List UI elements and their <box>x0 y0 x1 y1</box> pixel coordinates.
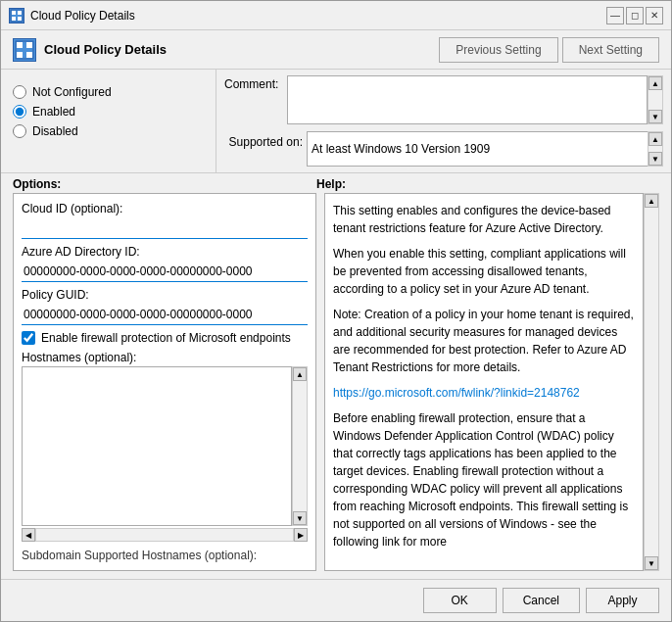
supported-scroll-down[interactable]: ▼ <box>648 152 662 166</box>
maximize-button[interactable]: ◻ <box>626 7 644 24</box>
minimize-button[interactable]: — <box>606 7 624 24</box>
cancel-button[interactable]: Cancel <box>503 588 580 613</box>
apply-button[interactable]: Apply <box>586 588 659 613</box>
options-title-wrapper: Options: <box>13 177 316 191</box>
header-left: Cloud Policy Details <box>13 38 167 62</box>
close-button[interactable]: ✕ <box>646 7 663 24</box>
cloud-id-label: Cloud ID (optional): <box>22 202 308 215</box>
policy-guid-field: Policy GUID: <box>22 288 308 325</box>
help-para-2: When you enable this setting, compliant … <box>333 245 635 298</box>
firewall-checkbox[interactable] <box>22 331 35 345</box>
help-panel: This setting enables and configures the … <box>324 193 659 571</box>
hostnames-scroll-down[interactable]: ▼ <box>293 511 307 525</box>
comment-scroll-track <box>648 90 662 110</box>
cloud-id-field: Cloud ID (optional): <box>22 202 308 239</box>
radio-not-configured-label: Not Configured <box>32 85 112 99</box>
header-title: Cloud Policy Details <box>44 42 167 57</box>
help-title: Help: <box>316 177 346 191</box>
ok-button[interactable]: OK <box>423 588 497 613</box>
comment-label: Comment: <box>224 75 283 91</box>
radio-disabled[interactable]: Disabled <box>13 124 204 138</box>
supported-scroll-up[interactable]: ▲ <box>648 132 662 146</box>
firewall-checkbox-label: Enable firewall protection of Microsoft … <box>41 331 291 345</box>
policy-guid-label: Policy GUID: <box>22 288 308 302</box>
supported-row: Supported on: At least Windows 10 Versio… <box>224 131 663 167</box>
svg-rect-6 <box>17 42 23 48</box>
hostnames-textarea[interactable] <box>22 366 292 526</box>
radio-enabled[interactable]: Enabled <box>13 105 204 119</box>
radio-disabled-label: Disabled <box>32 124 78 138</box>
hostnames-scrollbar: ▲ ▼ <box>292 366 308 526</box>
svg-rect-8 <box>17 52 23 58</box>
radio-enabled-label: Enabled <box>32 105 75 119</box>
options-panel: Cloud ID (optional): Azure AD Directory … <box>13 193 316 571</box>
radio-disabled-input[interactable] <box>13 124 26 138</box>
title-bar-controls: — ◻ ✕ <box>606 7 663 24</box>
hostnames-scroll-up[interactable]: ▲ <box>293 367 307 381</box>
svg-rect-3 <box>12 17 16 21</box>
hostnames-hscroll-right[interactable]: ▶ <box>294 528 308 542</box>
hostnames-wrapper: ▲ ▼ <box>22 366 308 526</box>
header-bar: Cloud Policy Details Previous Setting Ne… <box>1 30 671 70</box>
header-icon <box>13 38 36 62</box>
section-titles: Options: Help: <box>1 173 671 193</box>
header-buttons: Previous Setting Next Setting <box>439 37 659 63</box>
comment-scrollbar: ▲ ▼ <box>648 75 663 124</box>
main-content: Cloud ID (optional): Azure AD Directory … <box>1 193 671 579</box>
svg-rect-1 <box>12 11 16 15</box>
radio-not-configured[interactable]: Not Configured <box>13 85 204 99</box>
title-bar: Cloud Policy Details — ◻ ✕ <box>1 1 671 30</box>
hostnames-hscroll: ◀ ▶ <box>22 527 308 543</box>
comment-box-wrapper: ▲ ▼ <box>287 75 663 127</box>
options-title: Options: <box>13 177 61 191</box>
help-scroll-track <box>645 208 658 556</box>
help-box: This setting enables and configures the … <box>324 193 644 571</box>
supported-box-wrapper: At least Windows 10 Version 1909 ▲ ▼ <box>307 131 663 167</box>
hostnames-hscroll-left[interactable]: ◀ <box>22 528 35 542</box>
main-window: Cloud Policy Details — ◻ ✕ Cloud Policy … <box>0 0 672 622</box>
cloud-id-input[interactable] <box>22 217 308 239</box>
svg-rect-4 <box>18 17 22 21</box>
help-para-4: https://go.microsoft.com/fwlink/?linkid=… <box>333 384 635 402</box>
azure-ad-field: Azure AD Directory ID: <box>22 245 308 282</box>
previous-setting-button[interactable]: Previous Setting <box>439 37 557 63</box>
radio-not-configured-input[interactable] <box>13 85 26 99</box>
window-title: Cloud Policy Details <box>30 9 135 23</box>
hostnames-scroll-track <box>293 381 307 511</box>
azure-ad-input[interactable] <box>22 261 308 282</box>
help-scrollbar: ▲ ▼ <box>644 193 659 571</box>
help-para-1: This setting enables and configures the … <box>333 202 635 237</box>
top-section: Not Configured Enabled Disabled Comment: <box>1 70 671 173</box>
svg-rect-9 <box>26 52 32 58</box>
azure-ad-label: Azure AD Directory ID: <box>22 245 308 259</box>
hostnames-hscroll-track <box>35 528 294 542</box>
help-box-wrapper: This setting enables and configures the … <box>324 193 659 571</box>
supported-value: At least Windows 10 Version 1909 <box>307 131 663 167</box>
help-para-5: Before enabling firewall protection, ens… <box>333 409 635 550</box>
supported-label: Supported on: <box>224 131 303 149</box>
comment-scroll-down[interactable]: ▼ <box>648 110 662 123</box>
policy-guid-input[interactable] <box>22 304 308 325</box>
help-para-3: Note: Creation of a policy in your home … <box>333 306 635 376</box>
hostnames-field: Hostnames (optional): ▲ ▼ ◀ ▶ <box>22 351 308 543</box>
help-scroll-down[interactable]: ▼ <box>645 556 658 570</box>
radio-group-section: Not Configured Enabled Disabled <box>1 70 216 172</box>
title-bar-left: Cloud Policy Details <box>9 8 135 24</box>
footer: OK Cancel Apply <box>1 579 671 621</box>
radio-group: Not Configured Enabled Disabled <box>13 77 204 146</box>
firewall-checkbox-item[interactable]: Enable firewall protection of Microsoft … <box>22 331 308 345</box>
help-scroll-up[interactable]: ▲ <box>645 194 658 208</box>
svg-rect-2 <box>18 11 22 15</box>
next-setting-button[interactable]: Next Setting <box>562 37 659 63</box>
comment-scroll-up[interactable]: ▲ <box>648 76 662 90</box>
help-link[interactable]: https://go.microsoft.com/fwlink/?linkid=… <box>333 386 580 400</box>
hostnames-label: Hostnames (optional): <box>22 351 308 364</box>
svg-rect-7 <box>26 42 32 48</box>
comment-textarea[interactable] <box>287 75 648 124</box>
subdomain-label: Subdomain Supported Hostnames (optional)… <box>22 549 308 562</box>
supported-scrollbar: ▲ ▼ <box>648 131 663 167</box>
options-box: Cloud ID (optional): Azure AD Directory … <box>13 193 316 571</box>
comment-supported-section: Comment: ▲ ▼ Supported on: At least Wind… <box>216 70 671 172</box>
help-title-wrapper: Help: <box>316 177 659 191</box>
radio-enabled-input[interactable] <box>13 105 26 119</box>
